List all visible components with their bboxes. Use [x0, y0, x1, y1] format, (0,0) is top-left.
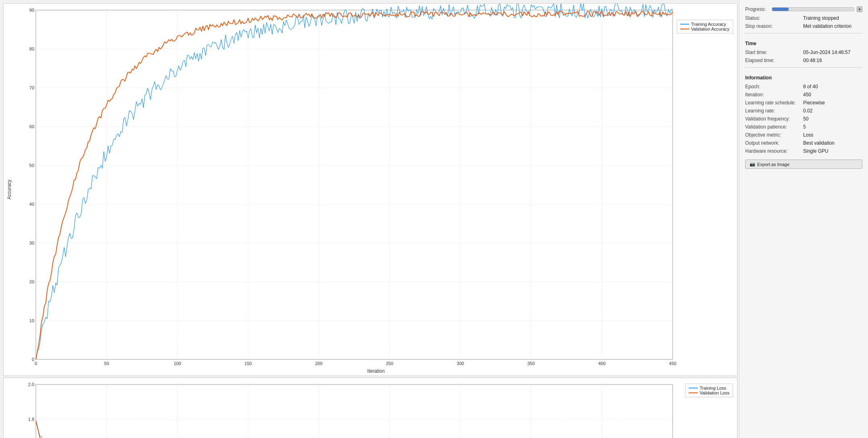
validation-accuracy-legend-label: Validation Accuracy: [691, 27, 729, 31]
objective-value: Loss: [803, 132, 813, 138]
validation-loss-legend-line: [689, 392, 698, 393]
epoch-label: Epoch:: [745, 84, 802, 89]
elapsed-value: 00:48:16: [803, 58, 822, 63]
start-time-label: Start time:: [745, 50, 802, 55]
accuracy-y-label: Accuracy: [4, 4, 15, 376]
iteration-value: 450: [803, 92, 811, 98]
start-time-row: Start time: 05-Jun-2024 14:46:57: [745, 50, 862, 55]
epoch-row: Epoch: 8 of 40: [745, 84, 862, 89]
accuracy-canvas: [15, 4, 737, 367]
hardware-value: Single GPU: [803, 148, 829, 154]
training-accuracy-legend-label: Training Accuracy: [691, 22, 726, 27]
info-section-title: Information: [745, 75, 862, 81]
status-row: Status: Training stopped: [745, 15, 862, 21]
hardware-row: Hardware resource: Single GPU: [745, 148, 862, 154]
progress-bar-bg: [772, 7, 854, 11]
output-value: Best validation: [803, 140, 835, 146]
elapsed-label: Elapsed time:: [745, 58, 802, 63]
accuracy-chart-container: Accuracy Training Accuracy Validation Ac…: [3, 3, 737, 376]
accuracy-chart-area: Training Accuracy Validation Accuracy: [15, 4, 737, 367]
hardware-label: Hardware resource:: [745, 148, 802, 154]
validation-accuracy-legend-line: [680, 29, 689, 29]
status-label: Status:: [745, 15, 802, 21]
accuracy-legend: Training Accuracy Validation Accuracy: [677, 20, 733, 33]
stop-reason-label: Stop reason:: [745, 23, 802, 29]
progress-label: Progress:: [745, 6, 769, 12]
val-patience-row: Validation patience: 5: [745, 124, 862, 130]
iteration-row: Iteration: 450: [745, 92, 862, 98]
training-loss-legend-line: [689, 388, 698, 388]
export-label: Export as Image: [757, 162, 789, 167]
loss-chart-container: Loss Training Loss Validation Loss Itera…: [3, 378, 737, 438]
loss-y-label: Loss: [4, 378, 15, 438]
loss-legend: Training Loss Validation Loss: [685, 384, 733, 397]
lr-schedule-row: Learning rate schedule: Piecewise: [745, 100, 862, 106]
stop-reason-row: Stop reason: Met validation criterion: [745, 23, 862, 29]
val-patience-value: 5: [803, 124, 806, 130]
output-row: Output network: Best validation: [745, 140, 862, 146]
accuracy-x-label: Iteration: [15, 367, 737, 376]
training-accuracy-legend-line: [680, 24, 689, 25]
time-section-title: Time: [745, 41, 862, 46]
status-value: Training stopped: [803, 15, 839, 21]
elapsed-time-row: Elapsed time: 00:48:16: [745, 58, 862, 63]
lr-schedule-label: Learning rate schedule:: [745, 100, 802, 106]
info-panel: Progress: ■ Status: Training stopped Sto…: [739, 0, 868, 438]
val-freq-value: 50: [803, 116, 808, 122]
epoch-value: 8 of 40: [803, 84, 818, 89]
training-loss-legend-label: Training Loss: [700, 386, 726, 390]
progress-row: Progress: ■: [745, 6, 862, 12]
val-patience-label: Validation patience:: [745, 124, 802, 130]
progress-stop-button[interactable]: ■: [857, 6, 862, 12]
output-label: Output network:: [745, 140, 802, 146]
objective-label: Objective metric:: [745, 132, 802, 138]
loss-chart-area: Training Loss Validation Loss: [15, 378, 737, 438]
validation-loss-legend-label: Validation Loss: [700, 390, 729, 395]
start-time-value: 05-Jun-2024 14:46:57: [803, 50, 850, 55]
val-freq-label: Validation frequency:: [745, 116, 802, 122]
progress-bar-fill: [772, 8, 789, 11]
lr-label: Learning rate:: [745, 108, 802, 114]
lr-value: 0.02: [803, 108, 812, 114]
stop-reason-value: Met validation criterion: [803, 23, 851, 29]
export-image-button[interactable]: 📷 Export as Image: [745, 160, 862, 169]
lr-row: Learning rate: 0.02: [745, 108, 862, 114]
export-icon: 📷: [750, 162, 755, 167]
val-freq-row: Validation frequency: 50: [745, 116, 862, 122]
lr-schedule-value: Piecewise: [803, 100, 825, 106]
loss-canvas: [15, 378, 737, 438]
iteration-label: Iteration:: [745, 92, 802, 98]
objective-row: Objective metric: Loss: [745, 132, 862, 138]
